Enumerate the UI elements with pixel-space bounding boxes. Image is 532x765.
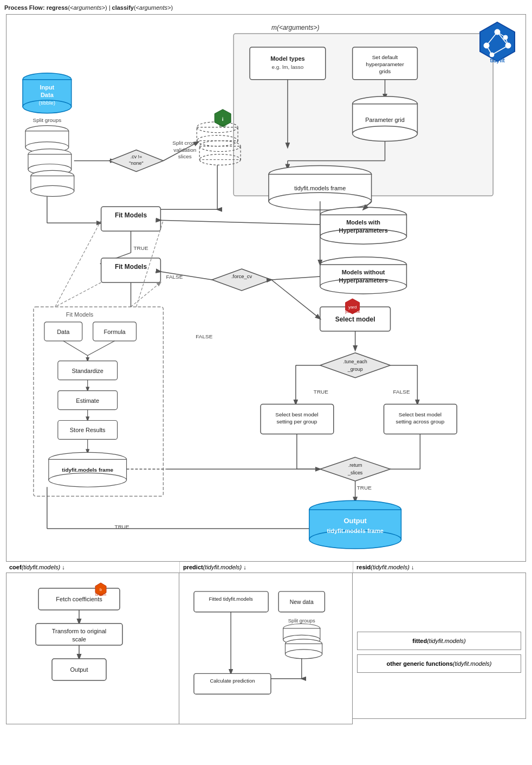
set-defaults-line2: hyperparameter [366, 61, 404, 67]
select-best-across-label1: Select best model [399, 412, 442, 417]
tidyfit-logo: tidyfit [476, 21, 519, 65]
svg-marker-0 [480, 22, 515, 61]
input-data-label2: Data [41, 92, 54, 98]
new-data-label: New data [290, 599, 314, 605]
pred-cyl2-bot [285, 650, 322, 659]
broom-sublabel: broom [95, 593, 106, 596]
predict-header: predict(tidyfit.models) ↓ [179, 562, 353, 573]
yardstick-sublabel: yardstick [345, 310, 360, 314]
output-label1: Output [343, 517, 367, 525]
store-results-label: Store Results [70, 427, 106, 433]
dash-line2 [55, 220, 101, 307]
input-data-label1: Input [40, 84, 54, 91]
predict-box: Fitted tidyfit.models New data Split gro… [179, 573, 353, 724]
return-slices-label1: .return [348, 462, 362, 468]
m-args-label: m(<arguments>) [271, 24, 320, 31]
other-generic-label: other generic functions(tidyfit.models) [361, 658, 517, 669]
false-label2: FALSE [196, 333, 212, 339]
false-label3: FALSE [393, 389, 410, 395]
fitted-tidyfit-label1: Fitted tidyfit.models [209, 596, 253, 602]
svg-text:tidyfit: tidyfit [490, 57, 505, 63]
input-data-label3: (tibble) [39, 100, 55, 106]
models-nohyper-label2: Hyperparameters [339, 277, 388, 284]
set-defaults-line3: grids [379, 68, 391, 74]
fit-models-no-hyper-label: Fit Models [115, 263, 147, 271]
process-title: Process Flow: regress(<arguments>) | cla… [4, 4, 528, 11]
arrow-hypercyl-to-fitmodels [160, 220, 320, 224]
loop-icon-sublabel: loop [219, 124, 226, 128]
args1: <arguments> [70, 4, 105, 11]
model-types-sublabel: e.g. lm, lasso [272, 64, 304, 70]
output-label2: tidyfit.models frame [327, 528, 384, 534]
calc-pred-label1: Calculate prediction [210, 678, 255, 684]
bottom-section: coef(tidyfit.models) ↓ Fetch coefficient… [6, 562, 526, 724]
data-label: Data [57, 329, 70, 335]
cv-diamond-label2: "none" [129, 160, 143, 166]
formula-label: Formula [103, 329, 126, 335]
split-cyl3-bot [31, 185, 74, 196]
frame-inner-label: tidyfit.models frame [62, 467, 113, 473]
frame-inner-bot [49, 473, 127, 487]
tune-each-label2: _group [347, 367, 363, 372]
split-groups2-label: Split groups [288, 618, 315, 623]
tidyfit-frame-label: tidyfit.models frame [294, 185, 346, 191]
fit-models-hyper-label1: Fit Models [115, 211, 147, 219]
transform-label2: scale [72, 636, 86, 642]
transform-label1: Transform to original [52, 628, 106, 634]
coef-box: Fetch coefficients b broom Transform to … [6, 573, 179, 724]
return-slices-diamond [320, 457, 391, 481]
args2: <arguments> [136, 4, 171, 11]
force-cv-diamond [212, 269, 271, 291]
page-container: Process Flow: regress(<arguments>) | cla… [0, 0, 532, 729]
split-groups-label: Split groups [33, 117, 62, 123]
cv-cyl1-body [197, 127, 238, 141]
yardstick-text: yard [348, 305, 357, 310]
dash-arrow1 [131, 282, 161, 307]
set-defaults-line1: Set default [372, 54, 398, 60]
cv-diamond-label1: .cv != [131, 154, 142, 159]
func1: regress [47, 4, 68, 11]
resid-header: resid(tidyfit.models) ↓ [353, 562, 526, 573]
coef-header: coef(tidyfit.models) ↓ [6, 562, 179, 573]
fitted-tidyfit-label: fitted(tidyfit.models) [361, 635, 517, 646]
arrow-nohyper-to-forcecv [271, 277, 320, 280]
title-prefix: Process Flow: [4, 4, 47, 11]
select-best-per-label1: Select best model [275, 412, 318, 417]
predict-column: predict(tidyfit.models) ↓ Fitted tidyfit… [179, 562, 353, 724]
fitted-tidyfit-subbox: fitted(tidyfit.models) [357, 632, 521, 650]
return-slices-label2: _slices [347, 470, 363, 475]
models-hyper-label1: Models with [346, 219, 380, 226]
true-label1: TRUE [134, 245, 148, 251]
output-coef-label: Output [70, 666, 88, 673]
models-hyper-label2: Hyperparameters [339, 227, 388, 234]
split-cv-label3: slices [178, 153, 192, 159]
tune-each-diamond [320, 353, 391, 378]
func2: classify [112, 4, 134, 11]
arrow-forcecv-to-select [271, 280, 320, 319]
split-cv-label2: validation [173, 147, 196, 153]
force-cv-label1: .force_cv [231, 273, 252, 279]
true-label3: TRUE [357, 485, 372, 491]
true-label2: TRUE [314, 389, 328, 395]
select-best-per-label2: setting per group [276, 419, 317, 425]
select-model-label: Select model [335, 316, 375, 323]
models-nohyper-label1: Models without [342, 269, 385, 275]
standardize-label: Standardize [72, 368, 103, 374]
fit-models-inner-title: Fit Models [66, 311, 94, 318]
main-diagram: m(<arguments>) Model types e.g. lm, lass… [6, 14, 526, 562]
predict-svg: Fitted tidyfit.models New data Split gro… [184, 577, 348, 718]
estimate-label: Estimate [76, 397, 99, 404]
select-best-across-label2: setting across group [396, 419, 445, 425]
other-generic-subbox: other generic functions(tidyfit.models) [357, 654, 521, 673]
resid-column: resid(tidyfit.models) ↓ fitted(tidyfit.m… [353, 562, 526, 724]
resid-empty [357, 577, 521, 632]
param-grid-bottom [353, 126, 418, 142]
coef-column: coef(tidyfit.models) ↓ Fetch coefficient… [6, 562, 179, 724]
param-grid-label: Parameter grid [365, 117, 405, 123]
tune-each-label1: .tune_each [343, 359, 367, 364]
fetch-coef-label: Fetch coefficients [56, 596, 102, 602]
dash-line1 [55, 282, 101, 307]
coef-svg: Fetch coefficients b broom Transform to … [11, 577, 174, 718]
loop-icon-label: i [222, 116, 224, 122]
flow-diagram-svg: m(<arguments>) Model types e.g. lm, lass… [7, 15, 525, 561]
